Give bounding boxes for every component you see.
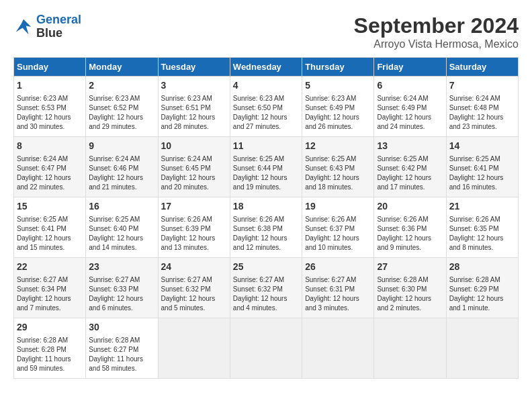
day-number: 10 [161,140,227,153]
day-number: 14 [449,140,515,153]
calendar-cell: 7Sunrise: 6:24 AM Sunset: 6:48 PM Daylig… [446,77,518,137]
calendar-cell: 28Sunrise: 6:28 AM Sunset: 6:29 PM Dayli… [446,258,518,318]
day-number: 27 [377,261,443,274]
calendar-cell: 16Sunrise: 6:25 AM Sunset: 6:40 PM Dayli… [86,197,158,258]
day-number: 15 [17,200,83,214]
day-number: 5 [305,79,371,93]
day-number: 29 [17,321,83,334]
column-header-tuesday: Tuesday [158,58,230,77]
day-number: 12 [305,140,371,153]
calendar-cell [158,318,230,379]
day-info: Sunrise: 6:27 AM Sunset: 6:34 PM Dayligh… [17,275,83,313]
calendar-cell [374,318,446,379]
week-row-1: 8Sunrise: 6:24 AM Sunset: 6:47 PM Daylig… [14,137,519,197]
calendar-cell [302,318,374,379]
calendar-cell: 29Sunrise: 6:28 AM Sunset: 6:28 PM Dayli… [14,318,86,379]
day-number: 11 [233,140,299,153]
week-row-3: 22Sunrise: 6:27 AM Sunset: 6:34 PM Dayli… [14,258,519,318]
week-row-4: 29Sunrise: 6:28 AM Sunset: 6:28 PM Dayli… [14,318,519,379]
day-info: Sunrise: 6:23 AM Sunset: 6:53 PM Dayligh… [17,94,83,132]
calendar-cell: 9Sunrise: 6:24 AM Sunset: 6:46 PM Daylig… [86,137,158,197]
page-header: General Blue September 2024 Arroyo Vista… [13,13,519,50]
calendar-cell: 20Sunrise: 6:26 AM Sunset: 6:36 PM Dayli… [374,197,446,258]
column-header-saturday: Saturday [446,58,518,77]
day-info: Sunrise: 6:23 AM Sunset: 6:50 PM Dayligh… [233,94,299,132]
column-header-monday: Monday [86,58,158,77]
calendar-cell: 15Sunrise: 6:25 AM Sunset: 6:41 PM Dayli… [14,197,86,258]
day-number: 17 [161,200,227,214]
day-info: Sunrise: 6:25 AM Sunset: 6:44 PM Dayligh… [233,154,299,192]
day-number: 6 [377,79,443,93]
calendar-cell [230,318,302,379]
calendar-cell: 14Sunrise: 6:25 AM Sunset: 6:41 PM Dayli… [446,137,518,197]
column-header-wednesday: Wednesday [230,58,302,77]
calendar-cell: 25Sunrise: 6:27 AM Sunset: 6:32 PM Dayli… [230,258,302,318]
logo: General Blue [13,13,81,40]
day-info: Sunrise: 6:26 AM Sunset: 6:37 PM Dayligh… [305,215,371,253]
day-info: Sunrise: 6:25 AM Sunset: 6:41 PM Dayligh… [17,215,83,253]
week-row-0: 1Sunrise: 6:23 AM Sunset: 6:53 PM Daylig… [14,77,519,137]
day-number: 4 [233,79,299,93]
day-number: 25 [233,261,299,274]
day-info: Sunrise: 6:24 AM Sunset: 6:49 PM Dayligh… [377,94,443,132]
calendar-cell: 27Sunrise: 6:28 AM Sunset: 6:30 PM Dayli… [374,258,446,318]
day-info: Sunrise: 6:28 AM Sunset: 6:29 PM Dayligh… [449,275,515,313]
calendar-cell: 30Sunrise: 6:28 AM Sunset: 6:27 PM Dayli… [86,318,158,379]
calendar-cell: 2Sunrise: 6:23 AM Sunset: 6:52 PM Daylig… [86,77,158,137]
day-number: 2 [89,79,154,93]
day-number: 22 [17,261,83,274]
calendar-cell: 12Sunrise: 6:25 AM Sunset: 6:43 PM Dayli… [302,137,374,197]
calendar-cell: 26Sunrise: 6:27 AM Sunset: 6:31 PM Dayli… [302,258,374,318]
day-info: Sunrise: 6:27 AM Sunset: 6:33 PM Dayligh… [89,275,154,313]
day-info: Sunrise: 6:25 AM Sunset: 6:40 PM Dayligh… [89,215,154,253]
day-number: 9 [89,140,154,153]
calendar-cell: 5Sunrise: 6:23 AM Sunset: 6:49 PM Daylig… [302,77,374,137]
calendar-cell [446,318,518,379]
day-number: 13 [377,140,443,153]
page-subtitle: Arroyo Vista Hermosa, Mexico [354,38,519,50]
day-number: 24 [161,261,227,274]
day-info: Sunrise: 6:25 AM Sunset: 6:43 PM Dayligh… [305,154,371,192]
day-info: Sunrise: 6:28 AM Sunset: 6:30 PM Dayligh… [377,275,443,313]
column-header-thursday: Thursday [302,58,374,77]
calendar-cell: 13Sunrise: 6:25 AM Sunset: 6:42 PM Dayli… [374,137,446,197]
day-info: Sunrise: 6:24 AM Sunset: 6:47 PM Dayligh… [17,154,83,192]
day-info: Sunrise: 6:28 AM Sunset: 6:28 PM Dayligh… [17,336,83,373]
calendar-cell: 18Sunrise: 6:26 AM Sunset: 6:38 PM Dayli… [230,197,302,258]
column-header-sunday: Sunday [14,58,86,77]
day-info: Sunrise: 6:27 AM Sunset: 6:32 PM Dayligh… [161,275,227,313]
calendar-cell: 17Sunrise: 6:26 AM Sunset: 6:39 PM Dayli… [158,197,230,258]
day-info: Sunrise: 6:25 AM Sunset: 6:42 PM Dayligh… [377,154,443,192]
calendar-cell: 11Sunrise: 6:25 AM Sunset: 6:44 PM Dayli… [230,137,302,197]
day-info: Sunrise: 6:28 AM Sunset: 6:27 PM Dayligh… [89,336,154,373]
day-info: Sunrise: 6:26 AM Sunset: 6:36 PM Dayligh… [377,215,443,253]
calendar-header-row: SundayMondayTuesdayWednesdayThursdayFrid… [14,58,519,77]
day-number: 19 [305,200,371,214]
calendar-cell: 10Sunrise: 6:24 AM Sunset: 6:45 PM Dayli… [158,137,230,197]
day-info: Sunrise: 6:23 AM Sunset: 6:52 PM Dayligh… [89,94,154,132]
day-info: Sunrise: 6:27 AM Sunset: 6:32 PM Dayligh… [233,275,299,313]
calendar-cell: 24Sunrise: 6:27 AM Sunset: 6:32 PM Dayli… [158,258,230,318]
logo-icon [13,17,34,37]
logo-text: General Blue [36,13,81,40]
column-header-friday: Friday [374,58,446,77]
calendar-cell: 22Sunrise: 6:27 AM Sunset: 6:34 PM Dayli… [14,258,86,318]
day-info: Sunrise: 6:23 AM Sunset: 6:49 PM Dayligh… [305,94,371,132]
day-number: 18 [233,200,299,214]
day-number: 16 [89,200,154,214]
day-info: Sunrise: 6:26 AM Sunset: 6:38 PM Dayligh… [233,215,299,253]
day-number: 23 [89,261,154,274]
calendar-table: SundayMondayTuesdayWednesdayThursdayFrid… [13,57,519,379]
calendar-cell: 21Sunrise: 6:26 AM Sunset: 6:35 PM Dayli… [446,197,518,258]
day-info: Sunrise: 6:26 AM Sunset: 6:35 PM Dayligh… [449,215,515,253]
svg-marker-0 [16,19,32,35]
day-info: Sunrise: 6:24 AM Sunset: 6:48 PM Dayligh… [449,94,515,132]
day-number: 8 [17,140,83,153]
calendar-cell: 3Sunrise: 6:23 AM Sunset: 6:51 PM Daylig… [158,77,230,137]
day-info: Sunrise: 6:27 AM Sunset: 6:31 PM Dayligh… [305,275,371,313]
page-title: September 2024 [354,13,519,38]
week-row-2: 15Sunrise: 6:25 AM Sunset: 6:41 PM Dayli… [14,197,519,258]
calendar-cell: 1Sunrise: 6:23 AM Sunset: 6:53 PM Daylig… [14,77,86,137]
day-number: 21 [449,200,515,214]
day-number: 26 [305,261,371,274]
